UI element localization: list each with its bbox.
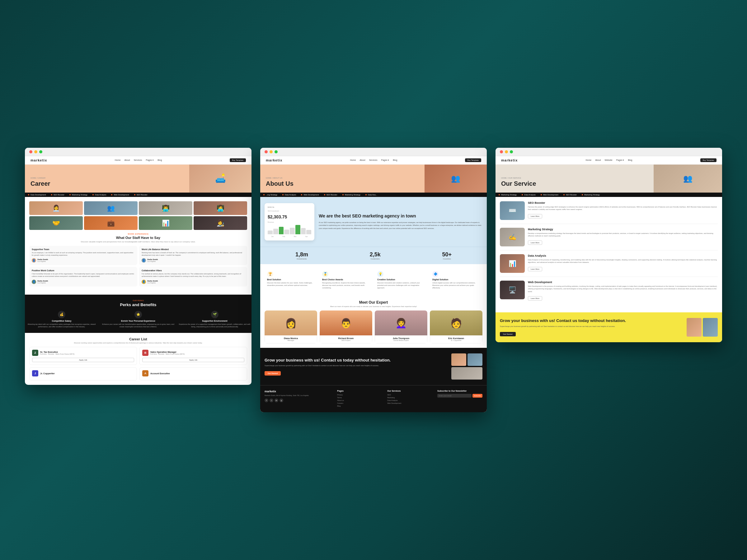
minimize-dot[interactable] [505, 150, 508, 153]
buy-template-btn[interactable]: Buy Template [230, 158, 246, 162]
photo-cell: 💼 [84, 216, 137, 230]
seo-img: ⌨️ [500, 201, 525, 220]
job-apply-btn[interactable]: Apply Job [32, 358, 134, 362]
browser-bar-service [495, 148, 722, 156]
nav-about[interactable]: About [595, 159, 601, 161]
job-apply-btn[interactable]: Apply Job [142, 358, 244, 362]
footer-subscribe-btn[interactable]: Subscribe [472, 394, 483, 398]
seo-section: $460.5k SEO Investment $2,303.75 Revenue… [260, 197, 487, 247]
career-breadcrumb: HOME / CAREER [30, 177, 184, 179]
footer-marketing-link[interactable]: Marketing [387, 397, 432, 399]
maximize-dot[interactable] [510, 150, 513, 153]
minimize-dot[interactable] [269, 150, 273, 153]
maximize-dot[interactable] [39, 150, 42, 153]
seo-card-header: $460.5k [268, 206, 311, 208]
chart-bar-active [279, 227, 284, 234]
eric-name: Eric Kurniawan [432, 337, 480, 340]
nav-home[interactable]: Home [350, 159, 356, 161]
ticker-item: Web Development [301, 194, 319, 196]
nav-website[interactable]: Website [605, 159, 613, 161]
footer-web-link[interactable]: Web Development [387, 402, 432, 404]
about-hero-img: 👥 [424, 165, 487, 193]
nav-about[interactable]: About [124, 159, 130, 161]
nav-pages[interactable]: Pages ▾ [381, 159, 389, 161]
web-learn-btn[interactable]: Learn More [528, 296, 542, 300]
footer-email-input[interactable] [437, 394, 471, 398]
footer-data-link[interactable]: Data Analysis [387, 399, 432, 401]
service-hero: HOME / OUR SERVICE Our Service 👥 [495, 165, 722, 193]
work-experience-label: WORK EXPERIENCE [29, 233, 247, 235]
footer-newsletter-title: Subscribe to Our Newsletter [437, 390, 483, 392]
cta-img [467, 353, 483, 366]
social-twitter[interactable]: t [269, 399, 273, 402]
footer-careers-link[interactable]: Careers [337, 402, 382, 404]
about-hero-image: 👥 [424, 165, 487, 193]
stat-countries: 50+ Countries [442, 251, 452, 260]
footer-privacy-link[interactable]: Privacy [337, 394, 382, 396]
minimize-dot[interactable] [34, 150, 37, 153]
team-grid: 👩 Diana Monica Manager 👨 Richard Brown S… [264, 311, 483, 344]
social-linkedin[interactable]: in [275, 399, 278, 402]
social-facebook[interactable]: f [264, 399, 268, 402]
social-google[interactable]: g [280, 399, 283, 402]
nav-pages[interactable]: Pages ▾ [616, 159, 624, 161]
richard-photo: 👨 [320, 311, 372, 336]
perk-experience-title: Enrich Your Personal Experience [101, 320, 175, 322]
grow-images [687, 318, 718, 337]
marketing-learn-btn[interactable]: Learn More [528, 240, 542, 245]
ticker-label: SEO Booster [566, 194, 577, 196]
footer-blog-link[interactable]: Blog [337, 405, 382, 407]
close-dot[interactable] [264, 150, 268, 153]
data-learn-btn[interactable]: Learn More [528, 267, 542, 271]
ticker-item: SEO Booster [134, 194, 148, 196]
close-dot[interactable] [500, 150, 503, 153]
nav-pages[interactable]: Pages ▾ [146, 159, 154, 161]
ticker-item: Marketing Strategy [70, 194, 87, 196]
author-info: Stella Smith Los Angeles [37, 280, 48, 284]
nav-services[interactable]: Services [369, 159, 378, 161]
richard-name: Richard Brown [322, 337, 370, 340]
author-info: Stella Smith Los Angeles [147, 280, 158, 284]
about-title: About Us [266, 180, 419, 187]
nav-about[interactable]: About [360, 159, 365, 161]
seo-learn-btn[interactable]: Learn More [528, 214, 542, 218]
nav-logo[interactable]: marketix [266, 158, 282, 162]
footer-seo-link[interactable]: SEO [387, 394, 432, 396]
footer-terms-link[interactable]: Terms [337, 397, 382, 399]
testimonial-culture: Positive Work Culture I feel incredibly … [29, 267, 137, 287]
nav-home[interactable]: Home [586, 159, 592, 161]
stat-number: 1,8m [295, 251, 308, 258]
browser-bar-about [260, 148, 487, 156]
seo-chart [268, 225, 311, 234]
footer-about-link[interactable]: About us [337, 399, 382, 401]
nav-services[interactable]: Services [134, 159, 142, 161]
nav-blog[interactable]: Blog [393, 159, 397, 161]
nav-logo[interactable]: marketix [30, 158, 47, 162]
testimonial-text: As an employer, I am thrilled to work at… [32, 251, 135, 257]
stat-number: 2,5k [370, 251, 381, 258]
footer-newsletter: Subscribe to Our Newsletter Subscribe [437, 390, 483, 408]
job-info: Sales Operation Manager Full time · Remo… [150, 351, 185, 355]
team-julia: 👩‍🦱 Julia Thompson Social Media Expert [375, 311, 427, 344]
nav-home[interactable]: Home [115, 159, 121, 161]
cta-get-started-btn[interactable]: Get Started [264, 371, 281, 375]
seo-amount: $2,303.75 [268, 214, 311, 219]
photo-cell: 👩‍💻 [194, 201, 247, 215]
nav-blog[interactable]: Blog [628, 159, 632, 161]
service-screen: marketix Home About Website Pages ▾ Blog… [495, 148, 722, 342]
perk-environment-text: Experience the power of a supportive man… [178, 323, 252, 328]
buy-template-btn[interactable]: Buy Template [465, 158, 481, 162]
nav-logo[interactable]: marketix [501, 158, 518, 162]
nav-blog[interactable]: Blog [157, 159, 162, 161]
ticker-dot [324, 194, 325, 195]
grow-get-started-btn[interactable]: Get Started [500, 332, 516, 336]
author-avatar: 👤 [32, 280, 36, 284]
job-sales: B Sales Operation Manager Full time · Re… [139, 347, 247, 365]
perk-salary: 💰 Competitive Salary Attracting top tale… [25, 311, 98, 328]
close-dot[interactable] [29, 150, 32, 153]
buy-template-btn[interactable]: Buy Template [700, 158, 717, 162]
maximize-dot[interactable] [275, 150, 278, 153]
ticker-label: Web Development [543, 194, 558, 196]
job-copywriter: J Jr. Copywriter [29, 367, 137, 380]
perk-experience-icon: ⭐ [134, 311, 142, 318]
